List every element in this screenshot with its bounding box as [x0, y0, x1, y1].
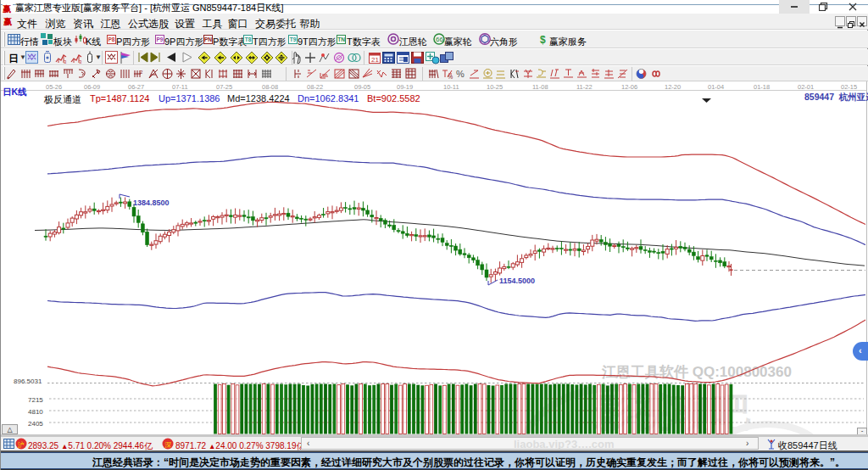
svg-text:江恩工具软件 QQ:100800360: 江恩工具软件 QQ:100800360: [601, 364, 792, 380]
svg-text:沪: 沪: [17, 441, 25, 449]
svg-text:1154.5000: 1154.5000: [499, 277, 535, 285]
svg-text:1384.8500: 1384.8500: [133, 199, 170, 207]
svg-text:深: 深: [164, 441, 171, 449]
